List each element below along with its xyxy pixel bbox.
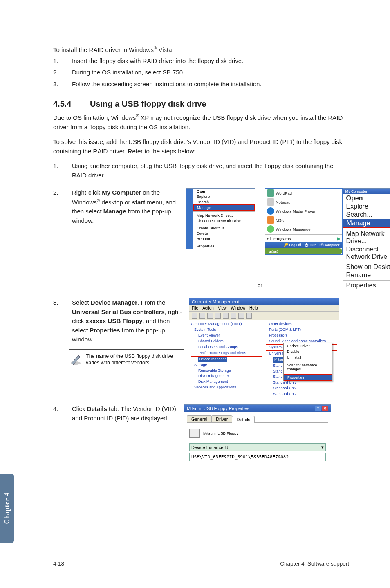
wordpad-icon (267, 189, 274, 197)
properties-dialog[interactable]: Mitsumi USB Floppy Properties ? ✕ Genera… (184, 404, 331, 467)
mgmt-menu-help[interactable]: Help (249, 306, 258, 310)
tree-item[interactable]: Services and Applications (191, 385, 262, 391)
tree-item[interactable]: Performance Logs and Alerts (191, 350, 262, 357)
ctx-disable[interactable]: Disable (284, 349, 332, 355)
start-notepad[interactable]: Notepad (265, 197, 342, 206)
step-1: 1.Using another computer, plug the USB f… (53, 162, 349, 180)
start-button[interactable]: start (265, 248, 342, 254)
help-button[interactable]: ? (315, 406, 321, 411)
start-all-programs[interactable]: All Programs▶ (265, 236, 342, 242)
toolbar-btn[interactable] (238, 313, 244, 319)
close-button[interactable]: ✕ (322, 406, 328, 411)
start-messenger[interactable]: Windows Messenger (265, 224, 342, 233)
paragraph-2: To solve this issue, add the USB floppy … (53, 137, 349, 156)
mgmt-title: Computer Management (192, 299, 239, 304)
device-icon (189, 429, 200, 438)
toolbar-btn[interactable] (231, 313, 236, 319)
property-selector[interactable]: Device Instance Id▾ (189, 443, 326, 451)
tree-item[interactable]: Storage (191, 362, 262, 368)
mycomputer-submenu[interactable]: My Computer Open Explore Search... Manag… (343, 188, 390, 290)
tree-item[interactable]: Processors (266, 333, 337, 339)
mgmt-menu-action[interactable]: Action (202, 306, 214, 310)
mgmt-menu-view[interactable]: View (218, 306, 227, 310)
mycomputer-context-menu[interactable]: Open Explore Search... Manage Map Networ… (186, 188, 255, 249)
ctx-disconnect-drive[interactable]: Disconnect Network Drive... (193, 218, 255, 223)
intro-step-3: 3.Follow the succeeding screen instructi… (53, 80, 349, 89)
tree-item[interactable]: Disk Management (191, 379, 262, 385)
sub-explore[interactable]: Explore (343, 202, 390, 211)
tree-item[interactable]: Removable Storage (191, 368, 262, 374)
sub-props[interactable]: Properties (343, 281, 390, 290)
tree-item[interactable]: Disk Defragmenter (191, 373, 262, 379)
intro-step-2: 2.During the OS installation, select SB … (53, 68, 349, 77)
mgmt-menu-file[interactable]: File (192, 306, 198, 310)
ctx-uninstall[interactable]: Uninstall (284, 355, 332, 360)
sub-manage[interactable]: Manage (343, 219, 390, 228)
mgmt-toolbar[interactable] (189, 312, 339, 320)
computer-management-window[interactable]: Computer Management File Action View Win… (189, 298, 339, 396)
toolbar-btn[interactable] (192, 313, 197, 319)
ctx-manage[interactable]: Manage (193, 204, 255, 211)
device-context-menu[interactable]: Update Driver... Disable Uninstall Scan … (283, 343, 332, 381)
ctx-rename[interactable]: Rename (193, 236, 255, 241)
page-number: 4-18 (53, 561, 64, 567)
pencil-icon (69, 353, 82, 365)
step-3-num: 3. (53, 298, 72, 344)
tab-details[interactable]: Details (232, 416, 255, 423)
chevron-down-icon: ▾ (321, 444, 324, 450)
footer-title: Chapter 4: Software support (280, 561, 349, 567)
start-wmp[interactable]: Windows Media Player (265, 206, 342, 215)
ctx-create-shortcut[interactable]: Create Shortcut (193, 225, 255, 231)
msn-icon (267, 216, 274, 224)
sub-disc[interactable]: Disconnect Network Drive... (343, 245, 390, 261)
tree-item[interactable]: Standard Univ (266, 391, 337, 396)
device-name: Mitsumi USB Floppy (203, 431, 238, 435)
wmp-icon (267, 207, 274, 215)
device-id-value[interactable]: USB\VID_03EE&PID_6901\5&35EDA8E7&0&2 (189, 453, 326, 461)
tree-item[interactable]: Standard Univ (266, 386, 337, 391)
ctx-properties[interactable]: Properties (284, 374, 332, 381)
sub-search[interactable]: Search... (343, 211, 390, 219)
tree-item[interactable]: Other devices (266, 321, 337, 327)
start-msn[interactable]: MSN (265, 215, 342, 224)
tab-general[interactable]: General (187, 415, 212, 422)
toolbar-btn[interactable] (215, 313, 221, 319)
step-2-text: Right-click My Computer on the Windows® … (72, 188, 179, 225)
chapter-sidebar: Chapter 4 (0, 474, 14, 543)
ctx-map-drive[interactable]: Map Network Drive... (193, 213, 255, 218)
sub-map[interactable]: Map Network Drive... (343, 230, 390, 245)
tab-driver[interactable]: Driver (211, 415, 232, 422)
start-wordpad[interactable]: WordPad (265, 189, 342, 197)
toolbar-btn[interactable] (207, 313, 213, 319)
sub-rename[interactable]: Rename (343, 271, 390, 279)
ctx-search[interactable]: Search... (193, 199, 255, 204)
toolbar-btn[interactable] (246, 313, 252, 319)
or-label: or (258, 282, 262, 290)
tree-item[interactable]: Shared Folders (191, 339, 262, 344)
ctx-update-driver[interactable]: Update Driver... (284, 343, 332, 349)
toolbar-btn[interactable] (199, 313, 205, 319)
sub-open[interactable]: Open (343, 194, 390, 202)
tree-device-manager[interactable]: Device Manager (198, 357, 227, 362)
start-menu[interactable]: WordPad Notepad Windows Media Player MSN… (265, 188, 343, 255)
toolbar-btn[interactable] (223, 313, 229, 319)
ctx-explore[interactable]: Explore (193, 194, 255, 199)
section-heading: 4.5.4Using a USB floppy disk drive (53, 99, 349, 109)
start-turnoff[interactable]: ⏻ Turn Off Computer (305, 243, 340, 247)
ctx-properties[interactable]: Properties (193, 243, 255, 249)
tree-item[interactable]: Local Users and Groups (191, 344, 262, 350)
submenu-title: My Computer (345, 189, 368, 193)
tree-item[interactable]: Event Viewer (191, 333, 262, 339)
tree-item[interactable]: Computer Management (Local) (191, 321, 262, 327)
sub-show[interactable]: Show on Desktop (343, 263, 390, 271)
messenger-icon (267, 225, 274, 233)
mgmt-menu-window[interactable]: Window (231, 306, 245, 310)
ctx-delete[interactable]: Delete (193, 231, 255, 236)
paragraph-1: Due to OS limitation, Windows® XP may no… (53, 113, 349, 132)
ctx-open[interactable]: Open (193, 189, 255, 194)
ctx-scan[interactable]: Scan for hardware changes (284, 362, 332, 372)
start-logoff[interactable]: 🔑 Log Off (284, 243, 301, 247)
tree-item[interactable]: System Tools (191, 327, 262, 333)
tree-item[interactable]: Ports (COM & LPT) (266, 327, 337, 333)
mgmt-left-tree[interactable]: Computer Management (Local) System Tools… (189, 320, 264, 396)
